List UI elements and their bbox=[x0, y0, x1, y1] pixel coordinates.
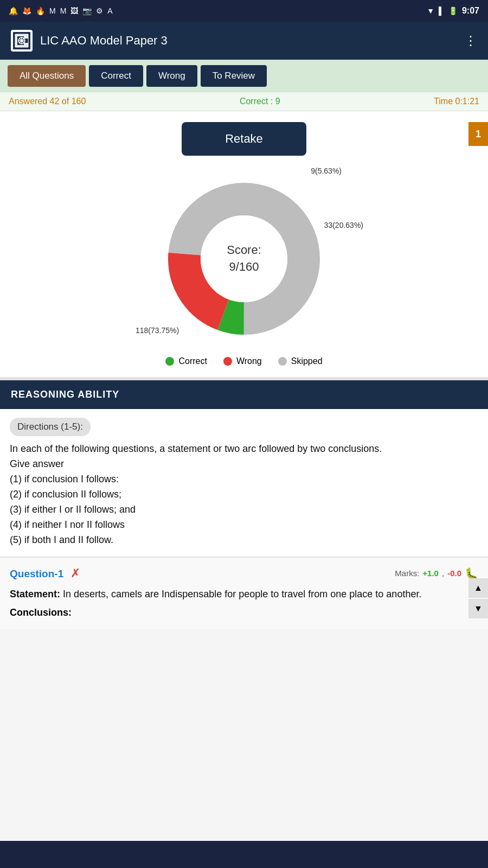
retake-section: Retake 1 bbox=[0, 111, 488, 161]
app-logo bbox=[11, 30, 33, 52]
status-icons: 🔔 🦊 🔥 M M 🖼 📷 ⚙ A bbox=[9, 7, 113, 15]
wifi-icon: ▼ bbox=[427, 7, 434, 15]
legend-item-correct: Correct bbox=[165, 356, 207, 366]
chart-section: Score: 9/160 9(5.63%) 33(20.63%) 118(73.… bbox=[0, 161, 488, 377]
legend-item-wrong: Wrong bbox=[223, 356, 262, 366]
gmail-icon: M bbox=[49, 7, 56, 15]
section-header: REASONING ABILITY bbox=[0, 380, 488, 409]
directions-line-4: (2) if conclusion II follows; bbox=[10, 487, 478, 502]
settings-icon: ⚙ bbox=[96, 7, 103, 15]
fire-icon: 🔥 bbox=[36, 7, 45, 15]
app-title: LIC AAO Model Paper 3 bbox=[40, 34, 168, 48]
tab-all-questions[interactable]: All Questions bbox=[8, 65, 86, 87]
question-statement: Statement: In deserts, camels are Indisp… bbox=[10, 587, 478, 602]
scroll-up-button[interactable]: ▲ bbox=[468, 578, 488, 598]
scroll-buttons: ▲ ▼ bbox=[468, 578, 488, 618]
directions-line-1: In each of the following questions, a st… bbox=[10, 442, 478, 457]
question-wrong-icon: ✗ bbox=[70, 566, 80, 580]
legend-label-skipped: Skipped bbox=[291, 356, 323, 366]
question-label-group: Question-1 ✗ bbox=[10, 566, 80, 580]
image-icon: 🖼 bbox=[70, 7, 78, 15]
question-number-badge: 1 bbox=[468, 122, 488, 146]
directions-line-7: (5) if both I and II follow. bbox=[10, 533, 478, 548]
stat-time: Time 0:1:21 bbox=[434, 97, 479, 106]
directions-line-6: (4) if neither I nor II follows bbox=[10, 518, 478, 533]
accessibility-icon: A bbox=[107, 7, 112, 15]
marks-plus: +1.0 bbox=[422, 569, 439, 578]
retake-button[interactable]: Retake bbox=[182, 122, 306, 156]
marks-separator: , bbox=[442, 569, 444, 578]
legend-label-correct: Correct bbox=[178, 356, 207, 366]
chart-legend: Correct Wrong Skipped bbox=[165, 356, 322, 366]
statement-label: Statement: bbox=[10, 589, 60, 599]
legend-dot-correct bbox=[165, 357, 174, 366]
bug-icon[interactable]: 🐛 bbox=[465, 567, 478, 580]
more-options-icon[interactable]: ⋮ bbox=[464, 33, 477, 48]
question-header: Question-1 ✗ Marks: +1.0 , -0.0 🐛 bbox=[10, 566, 478, 580]
battery-icon: 🔋 bbox=[448, 7, 458, 15]
tab-to-review[interactable]: To Review bbox=[201, 65, 267, 87]
notification-icon: 🔔 bbox=[9, 7, 18, 15]
app-bar: LIC AAO Model Paper 3 ⋮ bbox=[0, 22, 488, 60]
legend-label-wrong: Wrong bbox=[236, 356, 262, 366]
instagram-icon: 📷 bbox=[82, 7, 92, 15]
directions-line-5: (3) if either I or II follows; and bbox=[10, 502, 478, 518]
marks-text: Marks: bbox=[395, 569, 419, 578]
chart-annotation-correct: 9(5.63%) bbox=[311, 167, 342, 175]
question-conclusions: Conclusions: bbox=[10, 607, 478, 618]
status-time: 9:07 bbox=[462, 6, 479, 16]
directions-line-2: Give answer bbox=[10, 457, 478, 472]
stats-bar: Answered 42 of 160 Correct : 9 Time 0:1:… bbox=[0, 92, 488, 111]
marks-minus: -0.0 bbox=[447, 569, 461, 578]
main-content: Retake 1 bbox=[0, 111, 488, 629]
directions-block: Directions (1-5): In each of the followi… bbox=[0, 409, 488, 557]
tab-bar: All Questions Correct Wrong To Review bbox=[0, 60, 488, 92]
gmail2-icon: M bbox=[60, 7, 67, 15]
chart-annotation-wrong: 33(20.63%) bbox=[324, 221, 363, 229]
question-label: Question-1 bbox=[10, 568, 63, 579]
directions-tag: Directions (1-5): bbox=[10, 418, 91, 436]
chart-annotation-skipped: 118(73.75%) bbox=[136, 326, 179, 335]
directions-line-3: (1) if conclusion I follows: bbox=[10, 472, 478, 487]
stat-correct: Correct : 9 bbox=[240, 97, 280, 106]
question-block: Question-1 ✗ Marks: +1.0 , -0.0 🐛 Statem… bbox=[0, 557, 488, 630]
section-title: REASONING ABILITY bbox=[11, 389, 119, 400]
chart-center-label: Score: 9/160 bbox=[227, 242, 261, 276]
tab-correct[interactable]: Correct bbox=[89, 65, 143, 87]
firefox-icon: 🦊 bbox=[22, 7, 31, 15]
legend-item-skipped: Skipped bbox=[278, 356, 323, 366]
stat-answered: Answered 42 of 160 bbox=[9, 97, 86, 106]
bottom-nav-bar bbox=[0, 841, 488, 868]
app-bar-left: LIC AAO Model Paper 3 bbox=[11, 30, 168, 52]
legend-dot-wrong bbox=[223, 357, 232, 366]
status-bar: 🔔 🦊 🔥 M M 🖼 📷 ⚙ A ▼ ▌ 🔋 9:07 bbox=[0, 0, 488, 22]
tab-wrong[interactable]: Wrong bbox=[146, 65, 197, 87]
marks-label: Marks: +1.0 , -0.0 🐛 bbox=[395, 567, 478, 580]
signal-icon: ▌ bbox=[439, 7, 444, 15]
legend-dot-skipped bbox=[278, 357, 287, 366]
scroll-down-button[interactable]: ▼ bbox=[468, 599, 488, 618]
statement-text: In deserts, camels are Indispensable for… bbox=[63, 589, 421, 599]
